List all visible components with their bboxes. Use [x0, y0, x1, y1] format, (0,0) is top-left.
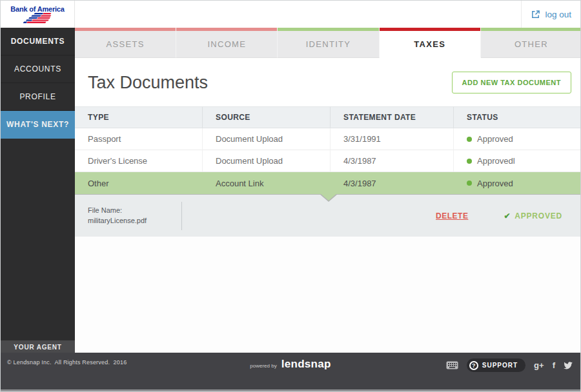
- logout-label: log out: [545, 10, 571, 19]
- approved-status-badge: ✔ APPROVED: [504, 211, 562, 220]
- file-name-value: militaryLicense.pdf: [88, 217, 181, 225]
- file-name-label: File Name:: [88, 206, 181, 215]
- copyright-text: © Lendsnap Inc. All Rights Reserved. 201…: [7, 359, 127, 366]
- detail-actions: DELETE ✔ APPROVED: [436, 195, 581, 237]
- tab-income[interactable]: INCOME: [176, 28, 278, 58]
- page-title: Tax Documents: [88, 72, 208, 92]
- status-dot-icon: [467, 137, 472, 142]
- file-name-cell: File Name: militaryLicense.pdf: [75, 195, 181, 237]
- table-header: TYPE SOURCE STATEMENT DATE STATUS: [75, 106, 581, 128]
- bank-of-america-wordmark: Bank of America: [10, 5, 64, 13]
- detail-caret-icon: [320, 193, 337, 201]
- row-detail-panel: File Name: militaryLicense.pdf DELETE ✔ …: [75, 194, 581, 237]
- sidebar-item-accounts[interactable]: ACCOUNTS: [1, 55, 75, 83]
- tab-assets[interactable]: ASSETS: [75, 28, 176, 58]
- powered-by-block: powered by lendsnap: [250, 358, 331, 371]
- footer-icons: ? SUPPORT g+ f: [446, 358, 573, 372]
- column-header-status: STATUS: [453, 107, 581, 128]
- facebook-icon[interactable]: f: [553, 360, 555, 371]
- app-window: Bank of America: [0, 0, 581, 392]
- check-icon: ✔: [504, 211, 511, 220]
- question-icon: ?: [469, 361, 478, 370]
- add-new-tax-document-button[interactable]: ADD NEW TAX DOCUMENT: [452, 72, 571, 93]
- google-plus-icon[interactable]: g+: [534, 360, 544, 371]
- tab-other[interactable]: OTHER: [481, 28, 581, 58]
- lendsnap-logo: lendsnap: [281, 358, 331, 371]
- status-cell: Approvedl: [453, 150, 581, 172]
- powered-by-label: powered by: [250, 363, 276, 369]
- support-button[interactable]: ? SUPPORT: [467, 358, 525, 372]
- column-header-statement-date: STATEMENT DATE: [330, 107, 453, 128]
- table-row-drivers-license[interactable]: Driver's License Document Upload 4/3/198…: [75, 150, 581, 172]
- table-row-other-selected[interactable]: Other Account Link 4/3/1987 Approved: [75, 172, 581, 194]
- bank-of-america-logo[interactable]: Bank of America: [1, 1, 75, 28]
- external-link-icon: [531, 10, 540, 19]
- sidebar-item-whats-next[interactable]: WHAT'S NEXT?: [1, 111, 75, 139]
- footer: © Lendsnap Inc. All Rights Reserved. 201…: [1, 353, 580, 391]
- top-header: Bank of America: [1, 1, 580, 28]
- status-cell: Approved: [453, 172, 581, 194]
- delete-link[interactable]: DELETE: [436, 211, 468, 220]
- detail-divider: [181, 202, 182, 230]
- keyboard-icon[interactable]: [446, 361, 458, 369]
- column-header-source: SOURCE: [202, 107, 330, 128]
- status-label: Approvedl: [477, 156, 515, 166]
- status-dot-icon: [467, 181, 472, 186]
- tab-taxes[interactable]: TAXES: [380, 28, 481, 58]
- status-dot-icon: [467, 159, 472, 164]
- page-heading-row: Tax Documents ADD NEW TAX DOCUMENT: [75, 58, 581, 106]
- main-content: ASSETS INCOME IDENTITY TAXES OTHER Tax D…: [75, 28, 581, 354]
- status-cell: Approved: [453, 128, 581, 150]
- tab-identity[interactable]: IDENTITY: [278, 28, 379, 58]
- status-label: Approved: [477, 179, 513, 188]
- sidebar-item-profile[interactable]: PROFILE: [1, 83, 75, 111]
- table-row-passport[interactable]: Passport Document Upload 3/31/1991 Appro…: [75, 128, 581, 150]
- approved-label: APPROVED: [515, 211, 562, 220]
- document-category-tabs: ASSETS INCOME IDENTITY TAXES OTHER: [75, 28, 581, 58]
- column-header-type: TYPE: [75, 107, 202, 128]
- support-label: SUPPORT: [482, 362, 518, 369]
- sidebar-item-your-agent[interactable]: YOUR AGENT: [1, 340, 75, 354]
- bank-of-america-flag-icon: [23, 13, 52, 24]
- status-label: Approved: [477, 134, 513, 144]
- sidebar-nav: DOCUMENTS ACCOUNTS PROFILE WHAT'S NEXT? …: [1, 28, 75, 354]
- logout-button[interactable]: log out: [521, 1, 580, 28]
- sidebar-item-documents[interactable]: DOCUMENTS: [1, 28, 75, 55]
- twitter-icon[interactable]: [564, 362, 573, 369]
